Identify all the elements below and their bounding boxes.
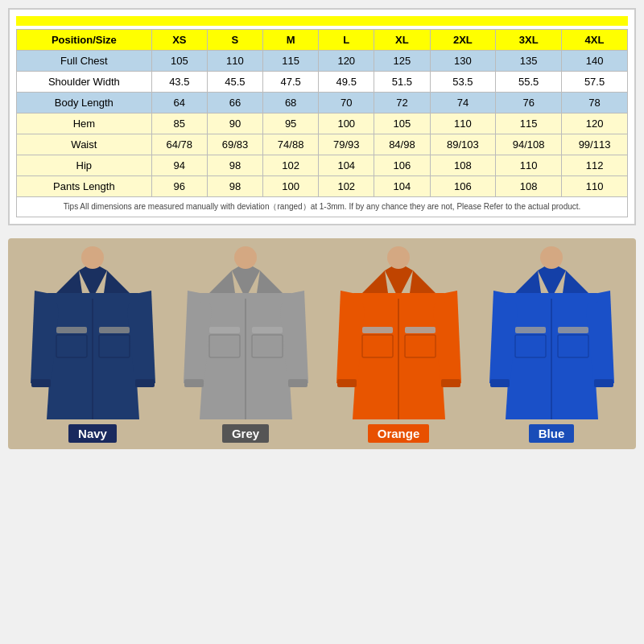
- svg-rect-34: [594, 379, 613, 387]
- col-size-S: S: [207, 30, 262, 51]
- cell-value: 49.5: [319, 72, 374, 93]
- svg-point-35: [540, 246, 563, 269]
- jacket-item: Blue: [481, 246, 622, 443]
- svg-rect-7: [135, 379, 155, 387]
- cell-value: 100: [319, 114, 374, 134]
- table-body: Full Chest105110115120125130135140Should…: [17, 51, 628, 197]
- svg-rect-29: [558, 327, 588, 333]
- row-label: Hip: [17, 155, 152, 176]
- jacket-svg: [336, 246, 461, 419]
- svg-rect-2: [99, 327, 130, 333]
- jacket-svg: [489, 246, 614, 419]
- cell-value: 125: [374, 51, 430, 72]
- row-label: Pants Length: [17, 176, 152, 197]
- col-size-4XL: 4XL: [562, 30, 628, 51]
- cell-value: 55.5: [496, 72, 562, 93]
- cell-value: 94/108: [496, 134, 562, 155]
- cell-value: 72: [374, 93, 430, 114]
- jacket-item: Orange: [328, 246, 469, 443]
- cell-value: 84/98: [374, 134, 430, 155]
- svg-rect-19: [362, 327, 393, 333]
- cell-value: 104: [374, 176, 430, 197]
- jacket-color-label: Orange: [368, 424, 430, 443]
- cell-value: 130: [430, 51, 496, 72]
- cell-value: 70: [319, 93, 374, 114]
- cell-value: 105: [151, 51, 207, 72]
- cell-value: 100: [263, 176, 319, 197]
- cell-value: 90: [207, 114, 262, 134]
- cell-value: 68: [263, 93, 319, 114]
- cell-value: 74: [430, 93, 496, 114]
- svg-rect-15: [184, 379, 204, 387]
- table-row: Waist64/7869/8374/8879/9384/9889/10394/1…: [17, 134, 628, 155]
- jacket-color-label: Grey: [222, 424, 269, 443]
- jacket-item: Grey: [175, 246, 316, 443]
- cell-value: 140: [562, 51, 628, 72]
- cell-value: 104: [319, 155, 374, 176]
- cell-value: 45.5: [207, 72, 262, 93]
- chart-title: [16, 16, 628, 26]
- col-size-XS: XS: [151, 30, 207, 51]
- cell-value: 115: [496, 114, 562, 134]
- svg-rect-6: [31, 379, 51, 387]
- cell-value: 115: [263, 51, 319, 72]
- svg-rect-31: [558, 335, 588, 357]
- table-row: Hem859095100105110115120: [17, 114, 628, 134]
- table-row: Full Chest105110115120125130135140: [17, 51, 628, 72]
- table-row: Pants Length9698100102104106108110: [17, 176, 628, 197]
- cell-value: 64: [151, 93, 207, 114]
- jacket-figure: [184, 246, 308, 419]
- svg-rect-20: [405, 327, 436, 333]
- cell-value: 47.5: [263, 72, 319, 93]
- jacket-item: Navy: [23, 246, 163, 443]
- cell-value: 98: [207, 176, 262, 197]
- svg-point-8: [81, 246, 104, 269]
- size-chart-container: Position/SizeXSSMLXL2XL3XL4XL Full Chest…: [8, 8, 636, 225]
- cell-value: 135: [496, 51, 562, 72]
- svg-rect-13: [252, 335, 283, 357]
- svg-rect-22: [405, 335, 436, 357]
- cell-value: 105: [374, 114, 430, 134]
- svg-rect-24: [337, 379, 357, 387]
- cell-value: 110: [496, 155, 562, 176]
- cell-value: 110: [430, 114, 496, 134]
- svg-rect-3: [56, 335, 87, 357]
- svg-point-26: [387, 246, 410, 269]
- jacket-color-label: Navy: [68, 424, 117, 443]
- cell-value: 85: [151, 114, 207, 134]
- cell-value: 110: [207, 51, 262, 72]
- cell-value: 106: [374, 155, 430, 176]
- cell-value: 99/113: [562, 134, 628, 155]
- cell-value: 66: [207, 93, 262, 114]
- cell-value: 112: [562, 155, 628, 176]
- cell-value: 89/103: [430, 134, 496, 155]
- svg-rect-25: [441, 379, 460, 387]
- jacket-figure: [336, 246, 461, 419]
- row-label: Waist: [17, 134, 152, 155]
- svg-rect-4: [99, 335, 130, 357]
- col-size-M: M: [263, 30, 319, 51]
- cell-value: 110: [562, 176, 628, 197]
- cell-value: 69/83: [207, 134, 262, 155]
- row-label: Full Chest: [17, 51, 152, 72]
- table-row: Hip9498102104106108110112: [17, 155, 628, 176]
- cell-value: 79/93: [319, 134, 374, 155]
- table-header-row: Position/SizeXSSMLXL2XL3XL4XL: [17, 30, 628, 51]
- jacket-figure: [489, 246, 614, 419]
- cell-value: 74/88: [263, 134, 319, 155]
- jackets-section: Navy: [8, 238, 636, 449]
- jacket-svg: [31, 246, 155, 419]
- svg-rect-11: [252, 327, 283, 333]
- cell-value: 120: [319, 51, 374, 72]
- size-table: Position/SizeXSSMLXL2XL3XL4XL Full Chest…: [16, 29, 628, 217]
- cell-value: 51.5: [374, 72, 430, 93]
- tips-text: Tips All dimensions are measured manuall…: [17, 197, 628, 217]
- cell-value: 94: [151, 155, 207, 176]
- cell-value: 108: [496, 176, 562, 197]
- jacket-svg: [184, 246, 308, 419]
- col-size-3XL: 3XL: [496, 30, 562, 51]
- svg-rect-10: [209, 327, 240, 333]
- cell-value: 95: [263, 114, 319, 134]
- table-row: Body Length6466687072747678: [17, 93, 628, 114]
- cell-value: 108: [430, 155, 496, 176]
